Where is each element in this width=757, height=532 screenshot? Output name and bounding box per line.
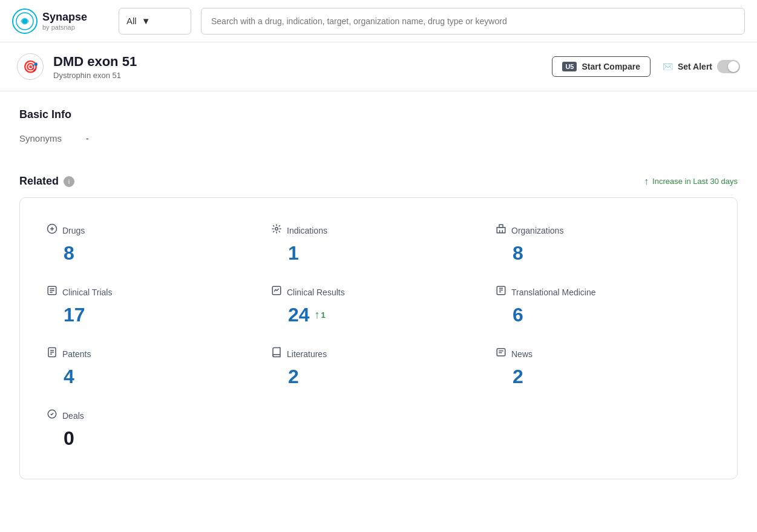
drugs-icon	[47, 223, 57, 237]
logo-bypatsnap-text: by patsnap	[42, 24, 87, 31]
related-item-count-drugs: 8	[47, 242, 261, 264]
page-title: DMD exon 51	[53, 54, 542, 70]
related-item-header-clinical-trials: Clinical Trials	[47, 285, 261, 299]
related-item-label-indications: Indications	[287, 226, 327, 235]
basic-info-title: Basic Info	[19, 108, 738, 121]
related-item-label-news: News	[511, 349, 533, 359]
related-item-header-news: News	[496, 347, 710, 361]
logo-text: Synapse by patsnap	[42, 11, 87, 31]
related-item-label-organizations: Organizations	[511, 226, 563, 235]
deals-icon	[47, 409, 57, 422]
page-title-bar: 🎯 DMD exon 51 Dystrophin exon 51 U5 Star…	[0, 42, 757, 91]
increase-arrow-icon: ↑	[644, 176, 649, 187]
related-item-header-organizations: Organizations	[496, 223, 710, 237]
synonyms-row: Synonyms -	[19, 133, 738, 156]
related-item-news[interactable]: News 2	[491, 338, 715, 400]
related-item-header-translational-medicine: Translational Medicine	[496, 285, 710, 299]
set-alert-button[interactable]: ✉️ Set Alert	[663, 60, 740, 73]
clinical-results-icon	[271, 285, 282, 299]
target-icon-wrap: 🎯	[17, 53, 44, 80]
related-item-patents[interactable]: Patents 4	[42, 338, 266, 400]
svg-point-5	[275, 228, 278, 231]
header: Synapse by patsnap All ▼	[0, 0, 757, 42]
related-section: Related i ↑ Increase in Last 30 days Dru…	[19, 175, 738, 479]
search-bar[interactable]	[201, 8, 745, 34]
search-input[interactable]	[211, 16, 735, 26]
patents-icon	[47, 347, 57, 361]
synonyms-value: -	[86, 134, 89, 143]
increase-text: Increase in Last 30 days	[652, 177, 738, 186]
news-icon	[496, 347, 506, 361]
compare-label: Start Compare	[582, 62, 640, 71]
related-item-header-literatures: Literatures	[271, 347, 486, 361]
indications-icon	[271, 223, 282, 237]
alert-label: Set Alert	[678, 62, 712, 71]
related-info-icon[interactable]: i	[64, 176, 74, 187]
related-item-deals[interactable]: Deals 0	[42, 400, 266, 462]
related-item-label-patents: Patents	[62, 349, 91, 359]
related-item-header-patents: Patents	[47, 347, 261, 361]
related-item-header-drugs: Drugs	[47, 223, 261, 237]
related-item-count-clinical-trials: 17	[47, 304, 261, 326]
content-area: Basic Info Synonyms - Related i ↑ Increa…	[0, 91, 757, 496]
increase-label: ↑ Increase in Last 30 days	[644, 176, 738, 187]
increase-badge-clinical-results: ↑1	[315, 309, 326, 321]
alert-icon: ✉️	[663, 62, 673, 71]
related-item-label-drugs: Drugs	[62, 226, 85, 235]
chevron-down-icon: ▼	[142, 16, 151, 26]
related-item-translational-medicine[interactable]: Translational Medicine 6	[491, 277, 715, 338]
related-item-count-clinical-results: 24 ↑1	[271, 304, 486, 326]
svg-rect-6	[497, 228, 505, 233]
related-item-clinical-results[interactable]: Clinical Results 24 ↑1	[266, 277, 491, 338]
related-item-label-clinical-results: Clinical Results	[287, 287, 345, 297]
related-title: Related	[19, 175, 59, 188]
synonyms-label: Synonyms	[19, 133, 62, 143]
related-item-count-organizations: 8	[496, 242, 710, 264]
title-text-area: DMD exon 51 Dystrophin exon 51	[53, 54, 542, 80]
translational-medicine-icon	[496, 285, 506, 299]
related-header: Related i ↑ Increase in Last 30 days	[19, 175, 738, 188]
related-card: Drugs 8 Indications 1 Organizations 8	[19, 197, 738, 479]
title-actions: U5 Start Compare ✉️ Set Alert	[552, 56, 740, 77]
related-title-area: Related i	[19, 175, 74, 188]
related-item-count-deals: 0	[47, 427, 261, 450]
page-subtitle: Dystrophin exon 51	[53, 71, 542, 80]
logo-synapse-text: Synapse	[42, 11, 87, 24]
literatures-icon	[271, 347, 282, 361]
related-item-label-literatures: Literatures	[287, 349, 327, 359]
related-item-count-news: 2	[496, 366, 710, 388]
related-item-count-literatures: 2	[271, 366, 486, 388]
related-item-label-translational-medicine: Translational Medicine	[511, 287, 596, 297]
related-item-indications[interactable]: Indications 1	[266, 215, 491, 277]
related-item-clinical-trials[interactable]: Clinical Trials 17	[42, 277, 266, 338]
related-item-count-indications: 1	[271, 242, 486, 264]
target-icon: 🎯	[23, 59, 38, 74]
organizations-icon	[496, 223, 506, 237]
alert-toggle[interactable]	[717, 60, 740, 73]
related-item-literatures[interactable]: Literatures 2	[266, 338, 491, 400]
compare-badge: U5	[562, 62, 577, 71]
start-compare-button[interactable]: U5 Start Compare	[552, 56, 650, 77]
related-item-organizations[interactable]: Organizations 8	[491, 215, 715, 277]
related-item-header-indications: Indications	[271, 223, 486, 237]
logo-area: Synapse by patsnap	[12, 8, 109, 34]
related-item-count-translational-medicine: 6	[496, 304, 710, 326]
related-item-header-clinical-results: Clinical Results	[271, 285, 486, 299]
related-item-label-clinical-trials: Clinical Trials	[62, 287, 112, 297]
related-item-drugs[interactable]: Drugs 8	[42, 215, 266, 277]
svg-rect-7	[499, 225, 503, 228]
related-item-header-deals: Deals	[47, 409, 261, 422]
increase-number-clinical-results: 1	[321, 310, 326, 320]
related-item-label-deals: Deals	[62, 411, 84, 421]
search-category-dropdown[interactable]: All ▼	[119, 8, 191, 34]
svg-point-2	[22, 19, 27, 24]
dropdown-label: All	[126, 16, 137, 26]
synapse-logo-icon	[12, 8, 38, 34]
related-item-count-patents: 4	[47, 366, 261, 388]
related-grid: Drugs 8 Indications 1 Organizations 8	[42, 215, 715, 462]
increase-arrow-clinical-results: ↑	[315, 309, 320, 321]
clinical-trials-icon	[47, 285, 57, 299]
basic-info-section: Basic Info Synonyms -	[19, 108, 738, 156]
